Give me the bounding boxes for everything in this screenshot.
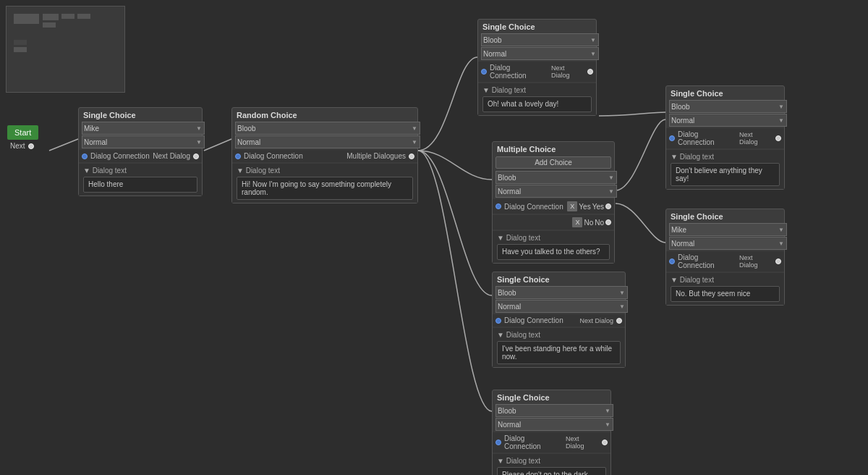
random-dialog-text: Hi! Now I'm going to say something compl…	[237, 177, 413, 200]
random-next-dot[interactable]	[409, 154, 414, 159]
random-conn-label: Dialog Connection	[244, 152, 303, 160]
sc-bottom-next-label: Next Dialog	[566, 435, 599, 450]
sc-rt-next-label: Next Dialog	[739, 131, 773, 146]
next-label: Next	[10, 142, 25, 150]
sc-bottom-conn-dot	[495, 440, 501, 445]
sc-bottom-dialog-header: ▼ Dialog text	[497, 457, 606, 465]
sc-bottom-dialog-text: Please don't go to the dark side	[497, 467, 606, 475]
conn-label-1: Dialog Connection	[90, 152, 150, 160]
sc-rt-title: Single Choice	[666, 86, 784, 99]
sc-rt-conn-label: Dialog Connection	[678, 130, 736, 146]
sc-top-conn-label: Dialog Connection	[490, 64, 548, 80]
dialog-text-1: Hello there	[83, 177, 197, 193]
sc-mid-next-label: Next Dialog	[579, 317, 613, 324]
choice1-yes1: Yes	[579, 203, 590, 211]
sc-bottom-char1[interactable]: Bloob	[495, 404, 613, 417]
choice2-no1: No	[584, 219, 593, 227]
random-next-label: Multiple Dialogues	[346, 152, 406, 160]
conn-dot-1	[82, 154, 88, 159]
sc-top-char1[interactable]: Bloob	[481, 33, 599, 46]
sc-mid-conn-dot	[495, 318, 501, 324]
sc-rt-next-dot[interactable]	[775, 135, 781, 141]
choice1-yes2: Yes	[592, 203, 604, 211]
mc-conn-dot	[495, 203, 501, 209]
choice2-dot[interactable]	[605, 219, 611, 225]
sc-top-next-dot[interactable]	[587, 69, 593, 75]
choice2-x-btn[interactable]: X	[572, 217, 582, 227]
mc-dialog-header: ▼ Dialog text	[497, 234, 610, 242]
sc-mid-dialog-text: I've been standing here for a while now.	[497, 341, 621, 364]
mc-conn-label: Dialog Connection	[504, 203, 563, 211]
dialog-header-1: ▼ Dialog text	[83, 167, 197, 175]
add-choice-btn[interactable]: Add Choice	[495, 156, 611, 169]
sc-right-mid-node: Single Choice Mike Normal Dialog Connect…	[665, 209, 785, 306]
sc-bottom-node: Single Choice Bloob Normal Dialog Connec…	[492, 390, 611, 475]
sc-rt-conn-dot	[669, 135, 675, 141]
sc-rt-char2[interactable]: Normal	[669, 114, 787, 127]
random-char1[interactable]: Bloob	[235, 122, 420, 135]
next-dot[interactable]	[28, 143, 34, 149]
mc-char1[interactable]: Bloob	[495, 171, 617, 184]
choice2-no2: No	[595, 219, 604, 227]
sc-rm-char1[interactable]: Mike	[669, 223, 787, 236]
sc-top-next-label: Next Dialog	[551, 64, 584, 79]
sc-top-dialog-text: Oh! what a lovely day!	[482, 96, 592, 112]
next-dot-1[interactable]	[193, 154, 199, 159]
sc-mid-char2[interactable]: Normal	[495, 300, 628, 313]
sc-mid-dialog-header: ▼ Dialog text	[497, 331, 621, 339]
canvas: Start Next Single Choice Mike Normal Dia…	[0, 0, 868, 475]
sc-right-top-node: Single Choice Bloob Normal Dialog Connec…	[665, 85, 785, 190]
char1-select-1[interactable]: Mike	[82, 122, 205, 135]
sc-top-node: Single Choice Bloob Normal Dialog Connec…	[477, 19, 597, 116]
sc-bottom-next-dot[interactable]	[602, 440, 608, 445]
single-choice-node-1: Single Choice Mike Normal Dialog Connect…	[78, 107, 203, 196]
sc-rm-title: Single Choice	[666, 209, 784, 222]
multiple-choice-node: Multiple Choice Add Choice Bloob Normal …	[492, 141, 615, 264]
mc-title: Multiple Choice	[493, 142, 614, 155]
sc-mid-title: Single Choice	[493, 272, 625, 285]
start-node: Start Next	[7, 125, 38, 152]
sc-mid-next-dot[interactable]	[616, 318, 622, 324]
sc-mid-node: Single Choice Bloob Normal Dialog Connec…	[492, 272, 626, 368]
sc-rm-dialog-text: No. But they seem nice	[671, 286, 780, 302]
sc-rt-char1[interactable]: Bloob	[669, 100, 787, 113]
sc-top-dialog-header: ▼ Dialog text	[482, 86, 592, 94]
sc-mid-char1[interactable]: Bloob	[495, 286, 628, 299]
random-title: Random Choice	[232, 108, 417, 121]
sc-rm-next-label: Next Dialog	[739, 254, 773, 269]
sc-rm-next-dot[interactable]	[775, 258, 781, 264]
sc-top-char2[interactable]: Normal	[481, 47, 599, 60]
sc-bottom-conn-label: Dialog Connection	[504, 434, 563, 450]
sc-rm-conn-dot	[669, 258, 675, 264]
mc-dialog-text: Have you talked to the others?	[497, 244, 610, 260]
sc-top-conn-dot	[481, 69, 487, 75]
random-dialog-header: ▼ Dialog text	[237, 167, 413, 175]
start-button[interactable]: Start	[7, 125, 38, 140]
sc-rt-dialog-text: Don't believe anything they say!	[671, 163, 780, 186]
node-title-1: Single Choice	[79, 108, 202, 121]
sc-mid-conn-label: Dialog Connection	[504, 316, 563, 324]
random-choice-node: Random Choice Bloob Normal Dialog Connec…	[231, 107, 418, 203]
char2-select-1[interactable]: Normal	[82, 135, 205, 148]
sc-bottom-char2[interactable]: Normal	[495, 418, 613, 431]
choice1-x-btn[interactable]: X	[567, 201, 577, 211]
sc-rm-dialog-header: ▼ Dialog text	[671, 276, 780, 284]
next-label-1: Next Dialog	[153, 152, 190, 160]
sc-bottom-title: Single Choice	[493, 390, 610, 403]
sc-rm-conn-label: Dialog Connection	[678, 253, 736, 269]
sc-rt-dialog-header: ▼ Dialog text	[671, 153, 780, 161]
sc-rm-char2[interactable]: Normal	[669, 237, 787, 250]
sc-top-title: Single Choice	[478, 20, 596, 33]
choice1-dot[interactable]	[605, 203, 611, 209]
mc-char2[interactable]: Normal	[495, 185, 617, 198]
random-conn-dot	[235, 154, 241, 159]
random-char2[interactable]: Normal	[235, 135, 420, 148]
minimap[interactable]	[6, 6, 125, 93]
